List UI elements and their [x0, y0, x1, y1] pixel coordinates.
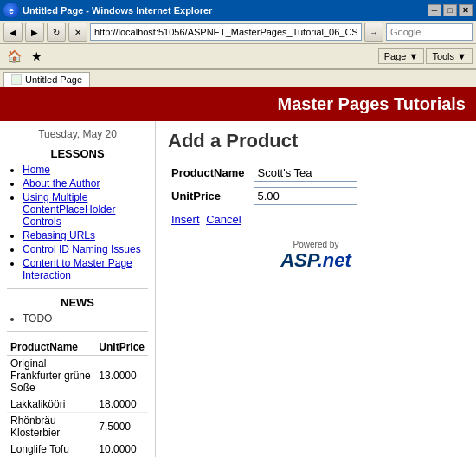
- cancel-button[interactable]: Cancel: [206, 213, 241, 226]
- stop-button[interactable]: ✕: [68, 23, 87, 42]
- product-name-label: ProductName: [168, 161, 250, 184]
- product-name-cell: Lakkalikööri: [7, 396, 95, 413]
- address-input[interactable]: [90, 23, 362, 41]
- table-row: Rhönbräu Klosterbier7.5000: [7, 413, 148, 441]
- product-name-cell: Longlife Tofu: [7, 441, 95, 458]
- unit-price-cell: 13.0000: [95, 356, 148, 396]
- search-input[interactable]: [386, 23, 473, 41]
- sidebar-date: Tuesday, May 20: [7, 128, 148, 140]
- table-row: Longlife Tofu10.0000: [7, 441, 148, 458]
- address-bar: ◀ ▶ ↻ ✕ →: [0, 21, 476, 44]
- news-item-todo: TODO: [23, 312, 52, 325]
- nav-home[interactable]: Home: [23, 164, 50, 176]
- unit-price-label: UnitPrice: [168, 184, 250, 208]
- list-item: Rebasing URLs: [23, 229, 148, 241]
- ie-logo-icon: e: [3, 3, 19, 18]
- window-title: Untitled Page - Windows Internet Explore…: [23, 5, 212, 16]
- unit-price-input[interactable]: [254, 187, 357, 205]
- tab-favicon: [11, 74, 22, 85]
- window-titlebar: e Untitled Page - Windows Internet Explo…: [0, 0, 476, 21]
- product-name-cell: Original Frankfurter grüne Soße: [7, 356, 95, 396]
- aspnet-logo: Powered by ASP.net: [168, 240, 464, 272]
- lessons-nav: Home About the Author Using Multiple Con…: [7, 164, 148, 281]
- aspnet-text: ASP.net: [280, 249, 351, 271]
- list-item: TODO: [23, 312, 148, 325]
- nav-control-id[interactable]: Control ID Naming Issues: [23, 243, 141, 255]
- list-item: Control ID Naming Issues: [23, 243, 148, 255]
- nav-multiple-contentplaceholder[interactable]: Using Multiple ContentPlaceHolder Contro…: [23, 191, 115, 228]
- close-button[interactable]: ✕: [459, 4, 473, 16]
- unit-price-cell: 7.5000: [95, 413, 148, 441]
- tools-button[interactable]: Tools ▼: [426, 48, 473, 64]
- list-item: About the Author: [23, 177, 148, 190]
- window-controls: ─ □ ✕: [428, 4, 473, 16]
- sidebar-divider: [7, 288, 148, 289]
- go-button[interactable]: →: [364, 23, 383, 42]
- page-button[interactable]: Page ▼: [378, 48, 425, 64]
- tab-bar: Untitled Page: [0, 70, 476, 87]
- nav-content-interaction[interactable]: Content to Master Page Interaction: [23, 257, 132, 281]
- insert-button[interactable]: Insert: [171, 213, 200, 226]
- minimize-button[interactable]: ─: [428, 4, 441, 16]
- site-header: Master Pages Tutorials: [0, 87, 476, 121]
- favorites-icon[interactable]: ★: [26, 46, 47, 67]
- site-title: Master Pages Tutorials: [278, 94, 466, 113]
- sidebar: Tuesday, May 20 LESSONS Home About the A…: [0, 121, 156, 457]
- products-table: ProductName UnitPrice Original Frankfurt…: [7, 339, 148, 457]
- refresh-button[interactable]: ↻: [47, 23, 66, 42]
- home-icon[interactable]: 🏠: [3, 46, 24, 67]
- main-container: Tuesday, May 20 LESSONS Home About the A…: [0, 121, 476, 457]
- product-name-input[interactable]: [254, 164, 357, 182]
- back-button[interactable]: ◀: [3, 23, 23, 42]
- tab-untitled-page[interactable]: Untitled Page: [3, 72, 90, 87]
- nav-rebasing-urls[interactable]: Rebasing URLs: [23, 229, 95, 241]
- tab-label: Untitled Page: [25, 74, 82, 85]
- news-section: TODO: [7, 312, 148, 325]
- unit-price-cell: 10.0000: [95, 441, 148, 458]
- list-item: Using Multiple ContentPlaceHolder Contro…: [23, 191, 148, 228]
- product-name-cell: Rhönbräu Klosterbier: [7, 413, 95, 441]
- add-product-form: ProductName UnitPrice: [168, 161, 361, 208]
- window-title-area: e Untitled Page - Windows Internet Explo…: [3, 3, 212, 18]
- col-unit-price: UnitPrice: [95, 339, 148, 356]
- nav-about[interactable]: About the Author: [23, 177, 100, 190]
- list-item: Content to Master Page Interaction: [23, 257, 148, 281]
- form-actions: Insert Cancel: [171, 213, 464, 226]
- aspnet-brand: ASP.net: [280, 249, 351, 272]
- powered-by-text: Powered by: [293, 240, 339, 249]
- forward-button[interactable]: ▶: [25, 23, 44, 42]
- unit-price-cell: 18.0000: [95, 396, 148, 413]
- list-item: Home: [23, 164, 148, 176]
- toolbar: 🏠 ★ Page ▼ Tools ▼: [0, 44, 476, 70]
- table-row: Original Frankfurter grüne Soße13.0000: [7, 356, 148, 396]
- maximize-button[interactable]: □: [443, 4, 457, 16]
- sidebar-divider-2: [7, 331, 148, 332]
- lessons-title: LESSONS: [7, 147, 148, 160]
- col-product-name: ProductName: [7, 339, 95, 356]
- page-title: Add a Product: [168, 130, 464, 152]
- news-title: NEWS: [7, 296, 148, 309]
- content-area: Add a Product ProductName UnitPrice Inse…: [156, 121, 476, 457]
- table-row: Lakkalikööri18.0000: [7, 396, 148, 413]
